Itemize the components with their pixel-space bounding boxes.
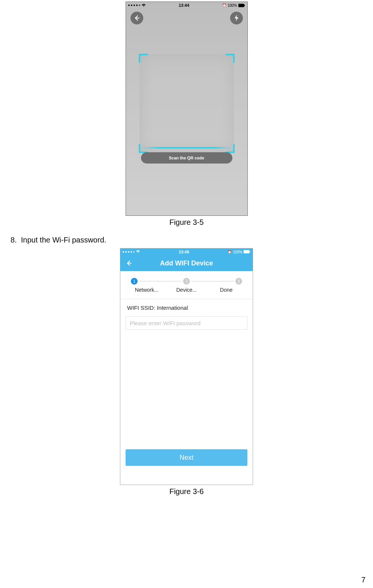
status-right: ⏰ 100%: [227, 250, 250, 254]
qr-scan-frame: [139, 55, 234, 152]
status-time: 13:46: [179, 250, 189, 254]
wifi-icon: [136, 250, 140, 254]
figure-3-5: 13:44 ⏰ 100%: [126, 0, 248, 227]
svg-rect-3: [249, 251, 250, 252]
svg-rect-0: [238, 4, 244, 7]
spacer: [120, 330, 253, 449]
svg-rect-1: [244, 5, 245, 6]
nav-title: Add WIFI Device: [160, 259, 213, 267]
wifi-icon: [141, 3, 146, 7]
next-button[interactable]: Next: [126, 449, 247, 466]
back-button[interactable]: [130, 12, 143, 24]
corner-icon: [226, 54, 235, 63]
step-circle-2: 2: [183, 278, 190, 285]
figure-caption-1: Figure 3-5: [126, 218, 248, 227]
document-page: 13:44 ⏰ 100%: [0, 0, 373, 588]
alarm-icon: ⏰: [227, 250, 232, 254]
step-circle-3: 3: [235, 278, 242, 285]
status-bar: 13:44 ⏰ 100%: [126, 2, 247, 9]
figure-3-6: 13:46 ⏰ 100% Add WIFI Device 1 2: [120, 248, 253, 496]
flash-button[interactable]: [230, 12, 243, 24]
battery-icon: [238, 4, 245, 7]
wifi-ssid-label: WIFI SSID: International: [120, 299, 253, 314]
add-wifi-screenshot: 13:46 ⏰ 100% Add WIFI Device 1 2: [120, 248, 253, 485]
corner-icon: [139, 54, 148, 63]
signal-dots: [123, 250, 140, 254]
step-circle-1: 1: [131, 278, 138, 285]
step-line: [191, 281, 234, 282]
wifi-password-input[interactable]: Please enter WIFI password: [126, 316, 247, 330]
step-number: 8.: [11, 236, 17, 244]
svg-rect-2: [244, 250, 249, 253]
scanner-screenshot: 13:44 ⏰ 100%: [126, 2, 248, 216]
step-line: [139, 281, 182, 282]
alarm-icon: ⏰: [222, 3, 226, 7]
status-right: ⏰ 100%: [222, 3, 245, 8]
signal-dots: [128, 3, 146, 7]
back-button[interactable]: [123, 255, 135, 271]
page-number: 7: [361, 576, 365, 584]
step-label-2: Device...: [167, 287, 206, 293]
step-label-3: Done: [207, 287, 246, 293]
corner-icon: [226, 144, 235, 153]
battery-pct: 100%: [233, 250, 243, 254]
status-bar: 13:46 ⏰ 100%: [120, 249, 253, 255]
stepper: 1 2 3: [120, 271, 253, 285]
placeholder-text: Please enter WIFI password: [130, 320, 200, 326]
step-8-text: 8. Input the Wi-Fi password.: [11, 236, 373, 244]
corner-icon: [139, 144, 148, 153]
stepper-labels: Network... Device... Done: [120, 285, 253, 293]
figure-caption-2: Figure 3-6: [120, 487, 253, 496]
status-time: 13:44: [179, 3, 189, 8]
scan-qr-button[interactable]: Scan the QR code: [141, 152, 232, 164]
nav-bar: Add WIFI Device: [120, 255, 253, 271]
scan-line: [141, 147, 232, 149]
step-instruction: Input the Wi-Fi password.: [21, 236, 106, 244]
step-label-1: Network...: [127, 287, 166, 293]
battery-pct: 100%: [227, 3, 237, 8]
battery-icon: [244, 250, 250, 254]
